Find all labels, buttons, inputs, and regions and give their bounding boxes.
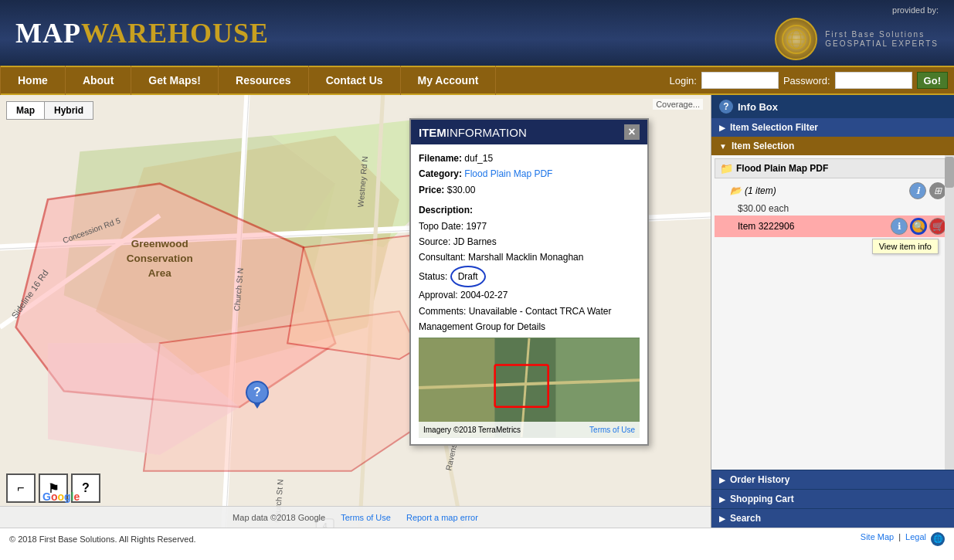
map-area[interactable]: Map Hybrid Coverage... [0, 95, 711, 528]
item-thumbnail: Imagery ©2018 TerraMetrics Terms of Use [419, 338, 640, 438]
fbs-name-area: First Base Solutions GEOSPATIAL EXPERTS [825, 30, 939, 49]
footer-globe-icon: 🌐 [931, 532, 945, 546]
status-row: Status: Draft [419, 266, 640, 287]
thumbnail-terms[interactable]: Terms of Use [589, 423, 635, 436]
item-selection-filter-header[interactable]: ▶ Item Selection Filter [711, 118, 954, 137]
order-history-arrow-icon: ▶ [719, 476, 725, 484]
subcategory-grid-icon[interactable]: ⊞ [929, 182, 946, 199]
status-value: Draft [450, 266, 486, 287]
view-item-tooltip-area: View item info [715, 239, 951, 254]
shopping-cart-arrow-icon: ▶ [719, 495, 725, 504]
item-id: Item 3222906 [738, 221, 794, 232]
login-input[interactable] [701, 72, 779, 89]
nav-get-maps[interactable]: Get Maps! [131, 66, 219, 95]
fbs-name: First Base Solutions GEOSPATIAL EXPERTS [825, 30, 939, 49]
item-search-icon[interactable]: 🔍 [910, 218, 927, 235]
info-icon: ? [719, 100, 733, 114]
consultant-label: Consultant: [419, 252, 466, 263]
item-info-icon[interactable]: ℹ [891, 218, 908, 235]
password-label: Password: [783, 75, 830, 87]
filter-arrow-icon: ▶ [719, 124, 725, 132]
thumbnail-imagery: Imagery ©2018 TerraMetrics [423, 423, 521, 436]
site-footer: © 2018 First Base Solutions. All Rights … [0, 528, 954, 549]
subcategory-row: 📂 (1 item) ℹ ⊞ [715, 180, 951, 202]
svg-text:Area: Area [148, 267, 171, 279]
view-item-tooltip: View item info [872, 239, 939, 254]
order-history-label: Order History [730, 474, 789, 485]
site-logo: MAPWAREHOUSE [15, 17, 269, 49]
legal-link[interactable]: Legal [905, 532, 926, 546]
google-logo: Google [42, 490, 80, 503]
category-row: 📁 Flood Plain Map PDF [715, 158, 951, 178]
map-terms-link[interactable]: Terms of Use [341, 513, 391, 522]
coverage-label: Coverage... [653, 99, 703, 110]
source-label: Source: [419, 236, 450, 247]
login-area: Login: Password: Go! [669, 72, 954, 89]
password-input[interactable] [835, 72, 912, 89]
nav-resources[interactable]: Resources [219, 66, 309, 95]
fbs-name-text: First Base Solutions [825, 30, 939, 39]
info-box-header: ? Info Box [711, 95, 954, 118]
right-panel: ? Info Box ▶ Item Selection Filter ▼ Ite… [711, 95, 954, 528]
item-price-row: Price: $30.00 [419, 182, 640, 198]
item-filename-row: Filename: duf_15 [419, 151, 640, 166]
price-text: $30.00 each [738, 203, 789, 214]
item-selection-header[interactable]: ▼ Item Selection [711, 137, 954, 155]
topo-row: Topo Date: 1977 [419, 219, 640, 234]
map-toggle-map[interactable]: Map [7, 102, 45, 119]
search-label: Search [730, 513, 761, 524]
order-history-section[interactable]: ▶ Order History [711, 470, 954, 489]
selection-arrow-icon: ▼ [719, 142, 727, 151]
nav-about[interactable]: About [66, 66, 131, 95]
site-header: MAPWAREHOUSE provided by: First Bas [0, 0, 954, 66]
approval-row: Approval: 2004-02-27 [419, 287, 640, 303]
item-info-popup: ITEMINFORMATION × Filename: duf_15 Categ… [409, 118, 649, 446]
subcategory-name: (1 item) [745, 185, 776, 196]
item-category-row: Category: Flood Plain Map PDF [419, 166, 640, 182]
item-selection-content: 📁 Flood Plain Map PDF 📂 (1 item) ℹ ⊞ $30… [711, 155, 954, 470]
shopping-cart-section[interactable]: ▶ Shopping Cart [711, 489, 954, 508]
item-info-close-button[interactable]: × [624, 124, 640, 140]
nav-contact[interactable]: Contact Us [309, 66, 401, 95]
scrollbar-thumb[interactable] [945, 157, 954, 188]
nav-home[interactable]: Home [0, 66, 66, 95]
map-ctrl-bookmark[interactable]: ⌐ [6, 473, 36, 503]
scrollbar[interactable] [945, 155, 954, 470]
main-content: Map Hybrid Coverage... [0, 95, 954, 528]
search-section[interactable]: ▶ Search [711, 508, 954, 528]
desc-label: Description: [419, 205, 473, 216]
logo-warehouse: WAREHOUSE [81, 18, 269, 49]
copyright-text: © 2018 First Base Solutions. All Rights … [9, 535, 196, 544]
folder-icon: 📁 [720, 162, 733, 175]
item-row-icons: ℹ 🔍 🛒 [891, 218, 946, 235]
svg-text:Greenwood: Greenwood [131, 238, 188, 249]
comments-label: Comments: [419, 306, 466, 317]
source-row: Source: JD Barnes [419, 234, 640, 249]
logo-text: MAPWAREHOUSE [15, 17, 269, 49]
go-button[interactable]: Go! [917, 72, 948, 89]
fbs-logo: First Base Solutions GEOSPATIAL EXPERTS [775, 18, 939, 60]
item-selection-label: Item Selection [732, 141, 794, 151]
subfolder-icon: 📂 [730, 185, 742, 196]
consultant-row: Consultant: Marshall Macklin Monaghan [419, 249, 640, 265]
subcategory-info-icon[interactable]: ℹ [909, 182, 926, 199]
map-report-link[interactable]: Report a map error [406, 513, 478, 522]
logo-map: MAP [15, 18, 81, 49]
svg-text:Conservation: Conservation [127, 253, 193, 264]
map-toggle-hybrid[interactable]: Hybrid [45, 102, 93, 119]
login-label: Login: [669, 75, 696, 87]
price-row: $30.00 each [715, 202, 951, 216]
map-toggle: Map Hybrid [6, 101, 93, 120]
item-cart-icon[interactable]: 🛒 [929, 218, 946, 235]
map-data-text: Map data ©2018 Google [233, 513, 325, 522]
footer-separator: | [898, 532, 901, 546]
info-box-label: Info Box [738, 101, 778, 113]
item-info-body: Filename: duf_15 Category: Flood Plain M… [411, 144, 647, 444]
provider-text: provided by: [892, 5, 939, 15]
map-marker[interactable]: ? [246, 381, 269, 404]
fbs-emblem-inner [782, 25, 811, 54]
category-name: Flood Plain Map PDF [736, 163, 828, 174]
nav-account[interactable]: My Account [401, 66, 497, 95]
site-map-link[interactable]: Site Map [861, 532, 894, 546]
item-info-title: ITEMINFORMATION [419, 126, 527, 139]
